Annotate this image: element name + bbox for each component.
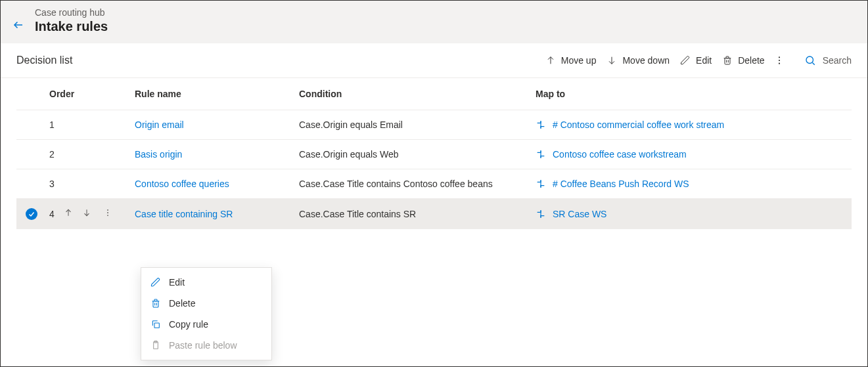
condition-value: Case.Case Title contains Contoso coffee … bbox=[299, 179, 493, 189]
edit-label: Edit bbox=[696, 55, 712, 66]
row-more-button[interactable] bbox=[103, 208, 112, 219]
col-header-rule-name[interactable]: Rule name bbox=[135, 89, 299, 99]
delete-button[interactable]: Delete bbox=[717, 53, 769, 68]
more-vertical-icon bbox=[774, 55, 785, 66]
trash-icon bbox=[150, 298, 161, 309]
page-title: Intake rules bbox=[35, 19, 108, 34]
ctx-edit-label: Edit bbox=[169, 277, 185, 288]
row-selected-check[interactable] bbox=[26, 208, 37, 220]
check-icon bbox=[28, 210, 35, 218]
table-row[interactable]: 2 Basis origin Case.Origin equals Web Co… bbox=[16, 140, 852, 169]
breadcrumb[interactable]: Case routing hub bbox=[35, 7, 108, 18]
map-to-link[interactable]: # Coffee Beans Push Record WS bbox=[553, 179, 689, 189]
move-up-label: Move up bbox=[561, 55, 597, 66]
svg-point-16 bbox=[107, 212, 108, 213]
table-row[interactable]: 3 Contoso coffee queries Case.Case Title… bbox=[16, 169, 852, 199]
svg-rect-21 bbox=[154, 323, 159, 328]
section-title: Decision list bbox=[16, 54, 72, 66]
rule-name-link[interactable]: Basis origin bbox=[135, 149, 182, 160]
arrow-down-icon bbox=[606, 55, 617, 66]
copy-icon bbox=[150, 319, 161, 330]
svg-point-8 bbox=[806, 56, 813, 64]
map-to-link[interactable]: # Contoso commercial coffee work stream bbox=[553, 119, 724, 130]
svg-point-5 bbox=[779, 56, 780, 58]
ctx-delete-label: Delete bbox=[169, 298, 195, 309]
more-commands-button[interactable] bbox=[770, 53, 788, 68]
search-icon bbox=[804, 54, 816, 66]
more-vertical-icon bbox=[103, 208, 112, 217]
table-row[interactable]: 4 Case title containing SR Case.Case Tit… bbox=[16, 199, 852, 229]
order-value: 4 bbox=[49, 209, 55, 219]
move-down-label: Move down bbox=[622, 55, 670, 66]
svg-point-15 bbox=[107, 209, 108, 211]
search-button[interactable]: Search bbox=[804, 54, 852, 66]
order-value: 2 bbox=[49, 149, 55, 160]
svg-point-17 bbox=[107, 215, 108, 216]
workstream-icon bbox=[536, 179, 546, 189]
trash-icon bbox=[722, 55, 733, 66]
ctx-delete-item[interactable]: Delete bbox=[141, 293, 271, 314]
edit-button[interactable]: Edit bbox=[675, 53, 717, 68]
svg-point-6 bbox=[779, 60, 780, 61]
page-header: Case routing hub Intake rules bbox=[1, 1, 867, 43]
ctx-edit-item[interactable]: Edit bbox=[141, 272, 271, 293]
row-context-menu: Edit Delete Copy rule Paste rule below bbox=[141, 267, 272, 360]
svg-line-9 bbox=[812, 62, 814, 64]
arrow-up-icon bbox=[545, 55, 556, 66]
pencil-icon bbox=[680, 55, 691, 66]
ctx-copy-label: Copy rule bbox=[169, 319, 208, 330]
arrow-left-icon bbox=[12, 19, 24, 31]
map-to-link[interactable]: Contoso coffee case workstream bbox=[553, 149, 687, 160]
command-bar: Decision list Move up Move down Edit Del… bbox=[1, 43, 867, 78]
ctx-paste-label: Paste rule below bbox=[169, 340, 237, 351]
table-row[interactable]: 1 Origin email Case.Origin equals Email … bbox=[16, 110, 852, 140]
search-label: Search bbox=[823, 55, 852, 66]
move-down-button[interactable]: Move down bbox=[601, 53, 675, 68]
arrow-up-icon bbox=[64, 208, 73, 217]
arrow-down-icon bbox=[82, 208, 91, 217]
condition-value: Case.Origin equals Web bbox=[299, 149, 398, 160]
rule-name-link[interactable]: Origin email bbox=[135, 119, 184, 130]
rule-name-link[interactable]: Case title containing SR bbox=[135, 209, 233, 219]
ctx-paste-item: Paste rule below bbox=[141, 335, 271, 356]
col-header-order[interactable]: Order bbox=[49, 89, 135, 99]
col-header-condition[interactable]: Condition bbox=[299, 89, 536, 99]
ctx-copy-item[interactable]: Copy rule bbox=[141, 314, 271, 335]
paste-icon bbox=[150, 340, 161, 351]
condition-value: Case.Case Title contains SR bbox=[299, 209, 416, 219]
col-header-map-to[interactable]: Map to bbox=[536, 89, 852, 99]
order-value: 1 bbox=[49, 119, 55, 130]
workstream-icon bbox=[536, 209, 546, 219]
workstream-icon bbox=[536, 149, 546, 160]
workstream-icon bbox=[536, 119, 546, 130]
pencil-icon bbox=[150, 277, 161, 288]
map-to-link[interactable]: SR Case WS bbox=[553, 209, 606, 219]
table-header-row: Order Rule name Condition Map to bbox=[16, 78, 852, 110]
svg-point-7 bbox=[779, 63, 780, 64]
row-move-down-button[interactable] bbox=[82, 208, 91, 219]
order-value: 3 bbox=[49, 179, 55, 189]
delete-label: Delete bbox=[738, 55, 764, 66]
back-button[interactable] bbox=[12, 19, 24, 33]
row-move-up-button[interactable] bbox=[64, 208, 73, 219]
rule-name-link[interactable]: Contoso coffee queries bbox=[135, 179, 229, 189]
condition-value: Case.Origin equals Email bbox=[299, 119, 403, 130]
move-up-button[interactable]: Move up bbox=[540, 53, 602, 68]
decision-list-table: Order Rule name Condition Map to 1 Origi… bbox=[1, 78, 867, 229]
